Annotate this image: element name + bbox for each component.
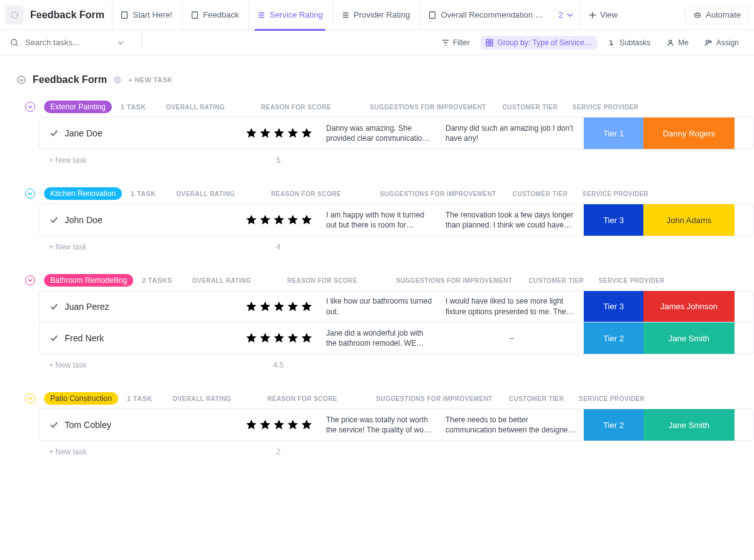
svg-rect-3 [430,11,435,18]
task-row[interactable]: John Doe I am happy with how it turned o… [40,204,753,236]
svg-point-15 [18,76,25,84]
group-rows: Tom Cobley The price was totally not wor… [39,409,754,441]
tab-provider-rating[interactable]: Provider Rating [333,0,418,30]
tab-more-count[interactable]: 2 [554,0,577,30]
subtasks-button[interactable]: Subtasks [603,36,655,50]
tier-label: Tier 3 [603,302,624,311]
search-input[interactable] [24,37,112,48]
task-row[interactable]: Jane Doe Danny was amazing. She provided… [40,118,753,149]
tab-start-here[interactable]: Start Here! [112,0,180,30]
add-view-button[interactable]: View [579,0,626,30]
tab-label: Service Rating [270,10,323,19]
reason-cell[interactable]: I am happy with how it turned out but th… [320,204,439,236]
assignees-button[interactable]: Assign [700,36,744,50]
check-icon[interactable] [50,334,58,343]
suggestion-cell[interactable]: There needs to be better communication b… [439,409,584,441]
list-icon [257,11,266,19]
search-icon [10,38,19,47]
provider-cell[interactable]: Danny Rogers [643,118,735,149]
suggestion-cell[interactable]: I would have liked to see more light fix… [439,291,584,322]
star-icon [287,300,299,313]
me-button[interactable]: Me [662,36,694,50]
star-icon [259,300,271,313]
content-area: Feedback Form i + NEW TASK Exterior Pain… [0,55,754,460]
new-task-button[interactable]: + NEW TASK [128,76,172,84]
col-head-suggestions: SUGGESTIONS FOR IMPROVEMENT [382,277,527,284]
rating-cell[interactable] [238,291,320,322]
tier-label: Tier 3 [603,216,624,225]
provider-cell[interactable]: John Adams [643,204,735,236]
task-row[interactable]: Tom Cobley The price was totally not wor… [40,409,753,441]
star-icon [300,419,313,431]
reason-cell[interactable]: Jane did a wonderful job with the bathro… [320,322,439,354]
tier-cell[interactable]: Tier 2 [584,409,643,441]
group-pill[interactable]: Bathroom Remodelling [44,274,133,287]
new-task-row[interactable]: + New task [39,447,238,456]
new-task-row[interactable]: + New task [39,361,238,370]
suggestion-cell[interactable]: – [439,322,584,354]
status-circle-icon[interactable] [16,75,26,85]
group-rows: Jane Doe Danny was amazing. She provided… [39,117,754,150]
chevron-down-icon [567,12,573,18]
star-icon [259,214,271,226]
group-average: 5 [238,156,319,165]
chevron-down-icon[interactable] [117,39,124,47]
check-icon[interactable] [50,129,58,138]
reason-text: The price was totally not worth the serv… [320,415,439,435]
provider-cell[interactable]: James Johnson [643,291,735,322]
task-row[interactable]: Fred Nerk Jane did a wonderful job with … [40,322,753,354]
rating-cell[interactable] [238,204,320,236]
star-icon [259,332,271,344]
tier-cell[interactable]: Tier 2 [584,322,643,354]
info-icon[interactable]: i [113,75,122,84]
svg-text:i: i [117,77,118,83]
group-footer: + New task 5 [39,152,754,168]
provider-cell[interactable]: Jane Smith [643,322,735,354]
collapse-toggle[interactable] [25,393,35,404]
provider-label: Danny Rogers [663,129,715,138]
tier-cell[interactable]: Tier 3 [584,291,643,322]
chevron-down-icon [28,396,33,401]
collapse-toggle[interactable] [25,102,35,112]
group-pill[interactable]: Patio Construction [44,392,118,405]
tier-cell[interactable]: Tier 3 [584,204,643,236]
group-task-count: 1 TASK [121,103,146,111]
reason-cell[interactable]: Danny was amazing. She provided clear co… [320,118,439,149]
tab-service-rating[interactable]: Service Rating [249,0,331,30]
group-footer: + New task 4.5 [39,357,754,373]
tab-overall-recommendation[interactable]: Overall Recommendation … [420,0,550,30]
task-row[interactable]: Juan Perez I like how our bathrooms turn… [40,291,753,322]
collapse-toggle[interactable] [25,189,35,199]
page-title: Feedback Form [33,74,107,85]
check-icon[interactable] [50,302,58,311]
robot-icon [693,11,702,19]
rating-cell[interactable] [238,118,320,149]
suggestion-cell[interactable]: The renovation took a few days longer th… [439,204,584,236]
reason-cell[interactable]: I like how our bathrooms turned out. [320,291,439,322]
tab-feedback[interactable]: Feedback [182,0,246,30]
collapse-toggle[interactable] [25,275,35,285]
rating-cell[interactable] [238,409,320,441]
new-task-row[interactable]: + New task [39,156,238,165]
filter-button[interactable]: Filter [437,36,475,50]
col-head-rating: OVERALL RATING [161,395,243,402]
suggestion-cell[interactable]: Danny did such an amazing job I don't ha… [439,118,584,149]
new-task-row[interactable]: + New task [39,243,238,251]
app-logo[interactable] [5,6,24,25]
svg-rect-10 [486,43,489,46]
provider-cell[interactable]: Jane Smith [643,409,735,441]
reason-cell[interactable]: The price was totally not worth the serv… [320,409,439,441]
reason-text: I like how our bathrooms turned out. [320,296,439,316]
check-icon[interactable] [50,420,58,429]
star-icon [245,127,258,140]
rating-cell[interactable] [238,322,320,354]
star-icon [273,127,285,140]
check-icon[interactable] [50,216,58,224]
group-pill[interactable]: Kitchen Renovation [44,187,122,200]
tier-cell[interactable]: Tier 1 [584,118,643,149]
group-pill[interactable]: Exterior Painting [44,101,112,113]
star-icon [245,419,258,431]
col-head-rating: OVERALL RATING [165,190,246,197]
group-by-button[interactable]: Group by: Type of Service… [481,36,597,50]
automate-button[interactable]: Automate [685,6,749,25]
